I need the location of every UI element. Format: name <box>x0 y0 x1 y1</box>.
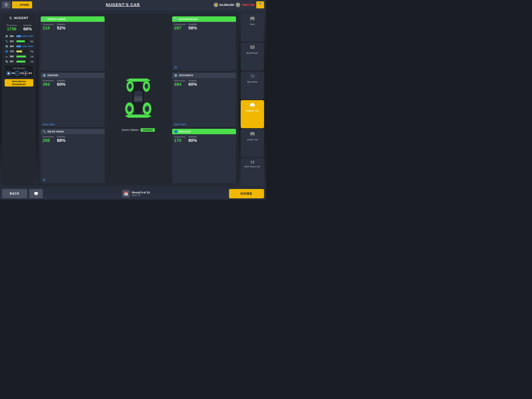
svg-point-5 <box>140 98 142 100</box>
car-diagram: Driver's Opinion: CONTENT <box>107 16 170 183</box>
svg-point-27 <box>253 19 254 21</box>
view-bonus-button[interactable]: View Bonus Breakdown <box>5 79 33 86</box>
sidebar-item-longs-car[interactable]: Long's Car <box>241 129 264 157</box>
right-sidebar: Cars Build Parts Buy Parts <box>241 14 264 186</box>
store-icon: 🛒 <box>15 3 19 6</box>
part-bar <box>16 45 21 47</box>
rear-wing-card[interactable]: 🔧 REAR WING Performance 298 Reliability … <box>41 129 105 183</box>
bonus-count-2: 1/3 <box>20 72 23 75</box>
gearbox-stats: Performance 394 Reliability 60% <box>172 78 236 123</box>
bonus-icon-3: 🎯 <box>23 71 28 76</box>
brakes-card[interactable]: 🔵 BRAKES Performance 170 Reliability 80% <box>172 129 236 183</box>
part-icon-susp: 🔩 <box>5 60 9 64</box>
front-wing-name: FRONT WING <box>48 18 66 21</box>
bonus-item: 🎯 0/3 <box>23 71 32 76</box>
rear-wing-name: REAR WING <box>48 130 64 133</box>
parts-list: ⚙️ 394 SPEC PART 🔧 213 3rd ⚙️ 394 <box>5 34 33 64</box>
front-wing-card[interactable]: 🔧 FRONT WING Performance 218 Reliability… <box>41 16 105 71</box>
gearbox-icon: ⚙️ <box>174 74 177 77</box>
store-label: STORE <box>20 3 29 6</box>
top-bar: ☰ 🛒 STORE NUGENT'S CAR 💰 $4,068,000 💸 -$… <box>0 0 266 10</box>
fw-perf-value: 218 <box>43 26 54 31</box>
sidebar-item-build-parts[interactable]: Build Parts <box>241 42 264 71</box>
back-button[interactable]: BACK <box>2 189 27 198</box>
gb-perf-stat: Performance 394 <box>174 80 185 122</box>
rw-rel-value: 88% <box>57 138 65 143</box>
svg-rect-10 <box>126 115 130 117</box>
rank-label: 1st <box>29 60 33 63</box>
svg-point-17 <box>127 106 132 112</box>
round-info: 📅 Round 9 of 10 Milan GP <box>45 190 227 198</box>
susp-perf-value: 287 <box>174 26 185 31</box>
bottom-bar: BACK 💬 📅 Round 9 of 10 Milan GP HOME <box>0 188 266 200</box>
gb-rel-stat: Reliability 60% <box>189 80 197 122</box>
list-item: 🔵 170 7th <box>5 50 33 53</box>
store-button[interactable]: 🛒 STORE <box>12 1 32 8</box>
opinion-label: Driver's Opinion: <box>122 129 139 131</box>
engine-card[interactable]: ⚙️ ENGINE Performance 394 Reliability 60… <box>41 73 105 127</box>
rear-wing-icon: 🔧 <box>43 130 46 133</box>
bonuses-title: Car Bonuses <box>6 67 32 69</box>
suspension-settings-icon[interactable]: ⚙ <box>172 64 236 71</box>
engine-spec-tag[interactable]: SPEC PART <box>41 123 105 127</box>
balance-icon: 💰 <box>214 3 218 7</box>
eng-perf-value: 394 <box>43 82 54 87</box>
round-sublabel: Milan GP <box>132 194 150 196</box>
brakes-icon: 🔵 <box>174 130 177 133</box>
rw-rel-stat: Reliability 88% <box>57 136 65 175</box>
spec-label: SPEC PART <box>22 35 33 37</box>
svg-point-39 <box>250 135 252 136</box>
driver-stats: Performance 1756 Reliability 66% <box>5 24 33 32</box>
fw-rel-stat: Reliability 52% <box>57 23 65 69</box>
drivers-opinion: Driver's Opinion: CONTENT <box>122 128 155 132</box>
chat-button[interactable]: 💬 <box>29 189 43 198</box>
list-item: ⚙️ 394 SPEC PART <box>5 34 33 38</box>
bonus-item: 🔄 0/3 <box>6 71 15 76</box>
fw-perf-stat: Performance 218 <box>43 23 54 69</box>
menu-button[interactable]: ☰ <box>2 1 11 8</box>
svg-point-32 <box>253 77 254 78</box>
longs-car-icon <box>249 131 255 137</box>
sidebar-item-nugents-car[interactable]: Nugent's Car <box>241 100 264 128</box>
performance-label: Performance <box>6 24 17 26</box>
svg-point-36 <box>253 106 254 107</box>
svg-point-40 <box>253 135 254 136</box>
gearbox-card[interactable]: ⚙️ GEARBOX Performance 394 Reliability 6… <box>172 73 236 127</box>
cost-display: 💸 -$567,000 <box>236 3 255 7</box>
sidebar-item-cars[interactable]: Cars <box>241 14 264 42</box>
nugents-car-label: Nugent's Car <box>246 109 259 112</box>
bonuses-row: 🔄 0/3 ⚙ 1/3 🎯 0/3 <box>6 71 32 76</box>
svg-rect-25 <box>251 17 254 18</box>
home-button[interactable]: HOME <box>229 189 264 198</box>
gearbox-spec-tag[interactable]: SPEC PART <box>172 123 236 127</box>
round-text: Round 9 of 10 Milan GP <box>132 191 150 196</box>
trophy-button[interactable]: 🏅 <box>256 1 264 8</box>
suspension-stats: Performance 287 Reliability 58% <box>172 22 236 64</box>
part-icon-rw: ▬ <box>5 55 9 58</box>
front-wing-icon: 🔧 <box>43 18 46 21</box>
cars-label: Cars <box>250 23 255 25</box>
cost-icon: 💸 <box>236 3 240 7</box>
svg-rect-34 <box>251 103 254 105</box>
sidebar-item-buy-parts[interactable]: Buy Parts <box>241 71 264 99</box>
round-label: Round 9 of 10 <box>132 191 150 194</box>
engine-name: ENGINE <box>48 74 58 77</box>
sidebar-item-next-years-car[interactable]: 13 Next Year's Car <box>241 158 264 186</box>
car-bonuses: Car Bonuses 🔄 0/3 ⚙ 1/3 🎯 0/3 <box>5 65 33 77</box>
next-years-car-label: Next Year's Car <box>245 165 260 168</box>
svg-rect-9 <box>127 115 149 118</box>
front-wing-stats: Performance 218 Reliability 52% <box>41 22 105 71</box>
gb-perf-value: 394 <box>174 82 185 87</box>
rank-label: 7th <box>29 50 33 53</box>
suspension-header: 🔩 SUSPENSION <box>172 16 236 22</box>
svg-point-4 <box>137 98 139 100</box>
chat-icon: 💬 <box>34 191 38 196</box>
susp-perf-stat: Performance 287 <box>174 23 185 63</box>
suspension-icon: 🔩 <box>174 18 177 21</box>
part-bar-bg <box>16 56 28 58</box>
rear-wing-settings-icon[interactable]: ⚙ <box>41 177 105 183</box>
rw-perf-stat: Performance 298 <box>43 136 54 175</box>
suspension-card[interactable]: 🔩 SUSPENSION Performance 287 Reliability… <box>172 16 236 71</box>
part-icon-fw: 🔧 <box>5 39 9 43</box>
bonus-icon-1: 🔄 <box>6 71 11 76</box>
